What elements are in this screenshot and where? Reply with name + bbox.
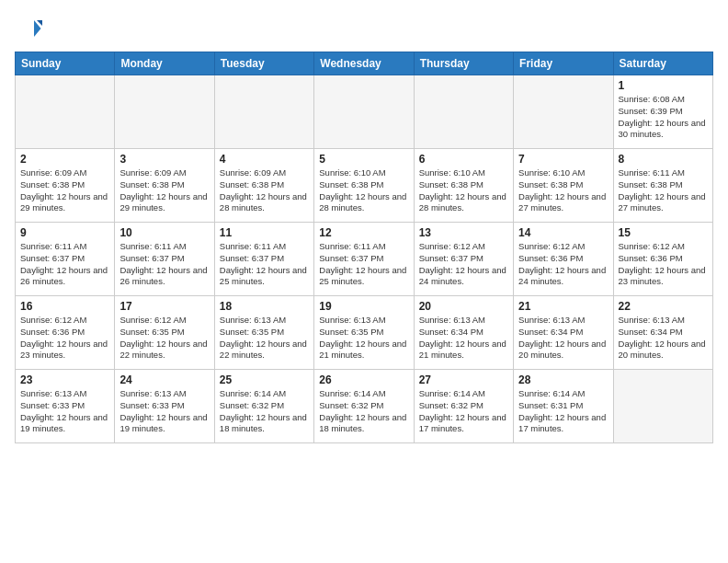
- day-info: Sunrise: 6:11 AM Sunset: 6:37 PM Dayligh…: [20, 241, 109, 288]
- day-info: Sunrise: 6:11 AM Sunset: 6:37 PM Dayligh…: [220, 241, 309, 288]
- day-info: Sunrise: 6:09 AM Sunset: 6:38 PM Dayligh…: [119, 167, 209, 214]
- day-info: Sunrise: 6:13 AM Sunset: 6:35 PM Dayligh…: [220, 315, 309, 362]
- day-header-monday: Monday: [115, 52, 214, 75]
- calendar-cell: 18Sunrise: 6:13 AM Sunset: 6:35 PM Dayli…: [214, 296, 313, 370]
- day-number: 12: [319, 226, 408, 239]
- day-number: 20: [419, 300, 508, 313]
- day-number: 3: [119, 153, 209, 166]
- day-number: 1: [619, 79, 708, 92]
- day-number: 19: [319, 300, 408, 313]
- day-number: 9: [20, 226, 109, 239]
- day-header-thursday: Thursday: [414, 52, 513, 75]
- calendar-cell: [16, 75, 115, 149]
- day-header-tuesday: Tuesday: [214, 52, 313, 75]
- calendar-cell: 27Sunrise: 6:14 AM Sunset: 6:32 PM Dayli…: [414, 370, 513, 443]
- day-number: 7: [518, 153, 608, 166]
- day-info: Sunrise: 6:10 AM Sunset: 6:38 PM Dayligh…: [319, 167, 408, 214]
- day-header-friday: Friday: [514, 52, 613, 75]
- day-info: Sunrise: 6:11 AM Sunset: 6:38 PM Dayligh…: [619, 167, 708, 214]
- day-info: Sunrise: 6:14 AM Sunset: 6:32 PM Dayligh…: [419, 388, 508, 435]
- week-row-4: 23Sunrise: 6:13 AM Sunset: 6:33 PM Dayli…: [16, 370, 713, 443]
- day-number: 17: [119, 300, 209, 313]
- day-number: 14: [518, 226, 608, 239]
- calendar-header-row: SundayMondayTuesdayWednesdayThursdayFrid…: [16, 52, 713, 75]
- calendar-cell: 10Sunrise: 6:11 AM Sunset: 6:37 PM Dayli…: [115, 223, 214, 296]
- day-info: Sunrise: 6:12 AM Sunset: 6:36 PM Dayligh…: [20, 315, 109, 362]
- day-info: Sunrise: 6:12 AM Sunset: 6:36 PM Dayligh…: [619, 241, 708, 288]
- day-info: Sunrise: 6:09 AM Sunset: 6:38 PM Dayligh…: [220, 167, 309, 214]
- day-number: 4: [220, 153, 309, 166]
- header-area: [15, 15, 713, 42]
- calendar-cell: 12Sunrise: 6:11 AM Sunset: 6:37 PM Dayli…: [314, 223, 414, 296]
- week-row-3: 16Sunrise: 6:12 AM Sunset: 6:36 PM Dayli…: [16, 296, 713, 370]
- calendar-cell: 19Sunrise: 6:13 AM Sunset: 6:35 PM Dayli…: [314, 296, 414, 370]
- day-number: 28: [518, 373, 608, 386]
- day-info: Sunrise: 6:14 AM Sunset: 6:32 PM Dayligh…: [220, 388, 309, 435]
- day-info: Sunrise: 6:13 AM Sunset: 6:33 PM Dayligh…: [119, 388, 209, 435]
- day-number: 6: [419, 153, 508, 166]
- day-info: Sunrise: 6:12 AM Sunset: 6:36 PM Dayligh…: [518, 241, 608, 288]
- day-number: 13: [419, 226, 508, 239]
- page: SundayMondayTuesdayWednesdayThursdayFrid…: [0, 0, 728, 453]
- week-row-1: 2Sunrise: 6:09 AM Sunset: 6:38 PM Daylig…: [16, 149, 713, 223]
- day-info: Sunrise: 6:10 AM Sunset: 6:38 PM Dayligh…: [518, 167, 608, 214]
- day-number: 18: [220, 300, 309, 313]
- calendar-cell: 25Sunrise: 6:14 AM Sunset: 6:32 PM Dayli…: [214, 370, 313, 443]
- day-number: 8: [619, 153, 708, 166]
- day-header-saturday: Saturday: [613, 52, 712, 75]
- calendar: SundayMondayTuesdayWednesdayThursdayFrid…: [15, 52, 713, 443]
- calendar-cell: 23Sunrise: 6:13 AM Sunset: 6:33 PM Dayli…: [16, 370, 115, 443]
- day-info: Sunrise: 6:13 AM Sunset: 6:34 PM Dayligh…: [518, 315, 608, 362]
- day-info: Sunrise: 6:14 AM Sunset: 6:31 PM Dayligh…: [518, 388, 608, 435]
- day-number: 2: [20, 153, 109, 166]
- calendar-cell: 1Sunrise: 6:08 AM Sunset: 6:39 PM Daylig…: [613, 75, 712, 149]
- calendar-cell: 14Sunrise: 6:12 AM Sunset: 6:36 PM Dayli…: [514, 223, 613, 296]
- calendar-cell: 11Sunrise: 6:11 AM Sunset: 6:37 PM Dayli…: [214, 223, 313, 296]
- day-number: 26: [319, 373, 408, 386]
- day-info: Sunrise: 6:10 AM Sunset: 6:38 PM Dayligh…: [419, 167, 508, 214]
- day-info: Sunrise: 6:08 AM Sunset: 6:39 PM Dayligh…: [619, 94, 708, 141]
- calendar-cell: [115, 75, 214, 149]
- calendar-cell: 22Sunrise: 6:13 AM Sunset: 6:34 PM Dayli…: [613, 296, 712, 370]
- week-row-0: 1Sunrise: 6:08 AM Sunset: 6:39 PM Daylig…: [16, 75, 713, 149]
- day-number: 5: [319, 153, 408, 166]
- day-info: Sunrise: 6:11 AM Sunset: 6:37 PM Dayligh…: [319, 241, 408, 288]
- day-number: 22: [619, 300, 708, 313]
- calendar-cell: 13Sunrise: 6:12 AM Sunset: 6:37 PM Dayli…: [414, 223, 513, 296]
- calendar-cell: [414, 75, 513, 149]
- calendar-cell: [613, 370, 712, 443]
- day-number: 10: [119, 226, 209, 239]
- day-number: 25: [220, 373, 309, 386]
- day-number: 11: [220, 226, 309, 239]
- day-number: 27: [419, 373, 508, 386]
- calendar-cell: 8Sunrise: 6:11 AM Sunset: 6:38 PM Daylig…: [613, 149, 712, 223]
- week-row-2: 9Sunrise: 6:11 AM Sunset: 6:37 PM Daylig…: [16, 223, 713, 296]
- day-header-wednesday: Wednesday: [314, 52, 414, 75]
- calendar-cell: [214, 75, 313, 149]
- calendar-cell: [314, 75, 414, 149]
- logo-icon: [15, 15, 42, 42]
- day-info: Sunrise: 6:13 AM Sunset: 6:33 PM Dayligh…: [20, 388, 109, 435]
- calendar-cell: 7Sunrise: 6:10 AM Sunset: 6:38 PM Daylig…: [514, 149, 613, 223]
- day-info: Sunrise: 6:13 AM Sunset: 6:35 PM Dayligh…: [319, 315, 408, 362]
- calendar-cell: 2Sunrise: 6:09 AM Sunset: 6:38 PM Daylig…: [16, 149, 115, 223]
- day-info: Sunrise: 6:12 AM Sunset: 6:37 PM Dayligh…: [419, 241, 508, 288]
- day-info: Sunrise: 6:13 AM Sunset: 6:34 PM Dayligh…: [419, 315, 508, 362]
- day-info: Sunrise: 6:09 AM Sunset: 6:38 PM Dayligh…: [20, 167, 109, 214]
- calendar-cell: 24Sunrise: 6:13 AM Sunset: 6:33 PM Dayli…: [115, 370, 214, 443]
- calendar-cell: 20Sunrise: 6:13 AM Sunset: 6:34 PM Dayli…: [414, 296, 513, 370]
- day-number: 21: [518, 300, 608, 313]
- day-info: Sunrise: 6:12 AM Sunset: 6:35 PM Dayligh…: [119, 315, 209, 362]
- logo: [15, 15, 46, 42]
- calendar-cell: 26Sunrise: 6:14 AM Sunset: 6:32 PM Dayli…: [314, 370, 414, 443]
- day-info: Sunrise: 6:11 AM Sunset: 6:37 PM Dayligh…: [119, 241, 209, 288]
- calendar-cell: 17Sunrise: 6:12 AM Sunset: 6:35 PM Dayli…: [115, 296, 214, 370]
- calendar-cell: 3Sunrise: 6:09 AM Sunset: 6:38 PM Daylig…: [115, 149, 214, 223]
- day-header-sunday: Sunday: [16, 52, 115, 75]
- calendar-cell: 15Sunrise: 6:12 AM Sunset: 6:36 PM Dayli…: [613, 223, 712, 296]
- calendar-cell: 21Sunrise: 6:13 AM Sunset: 6:34 PM Dayli…: [514, 296, 613, 370]
- calendar-cell: 6Sunrise: 6:10 AM Sunset: 6:38 PM Daylig…: [414, 149, 513, 223]
- day-info: Sunrise: 6:14 AM Sunset: 6:32 PM Dayligh…: [319, 388, 408, 435]
- calendar-cell: 9Sunrise: 6:11 AM Sunset: 6:37 PM Daylig…: [16, 223, 115, 296]
- calendar-cell: 5Sunrise: 6:10 AM Sunset: 6:38 PM Daylig…: [314, 149, 414, 223]
